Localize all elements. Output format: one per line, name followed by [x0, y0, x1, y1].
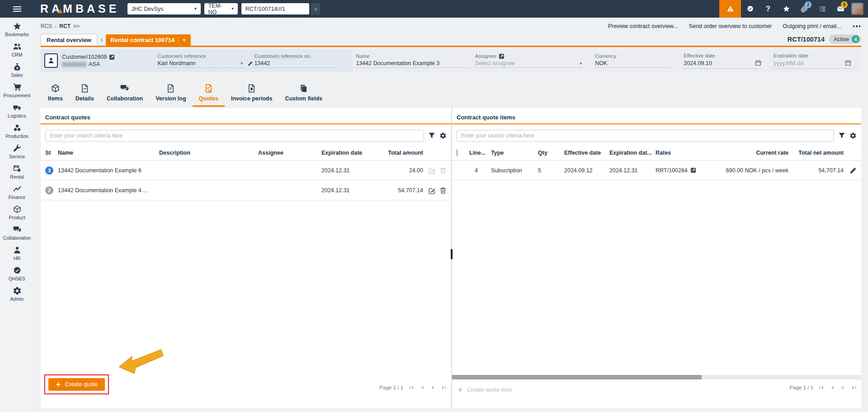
item-rates-link[interactable]: RRT/100284	[656, 167, 688, 174]
first-page-icon[interactable]	[819, 385, 824, 390]
hamburger-menu-icon[interactable]	[0, 0, 34, 18]
gear-icon[interactable]	[439, 132, 447, 139]
outgoing-print-email-link[interactable]: Outgoing print / email...	[783, 23, 841, 29]
tab-custom-fields[interactable]: Custom fields	[278, 83, 329, 107]
sidebar-item-crm[interactable]: CRM	[0, 42, 34, 62]
chevron-down-icon[interactable]: ▼	[182, 38, 186, 43]
customer-link[interactable]: Customer/102609	[62, 54, 115, 60]
favorites-icon[interactable]	[777, 0, 795, 18]
edit-icon	[429, 167, 436, 174]
edit-icon[interactable]	[429, 187, 436, 194]
external-link-icon[interactable]	[690, 167, 696, 173]
quotes-table-header: St Name Description Assignee Expiration …	[41, 145, 451, 161]
panel-accent-line	[41, 123, 451, 124]
breadcrumb-current[interactable]: RCT	[59, 23, 71, 29]
sidebar-item-product[interactable]: Product	[0, 205, 34, 225]
filter-icon[interactable]	[838, 132, 845, 139]
warnings-button[interactable]	[719, 0, 741, 18]
next-page-icon[interactable]	[430, 385, 436, 390]
sidebar-item-admin[interactable]: Admin	[0, 286, 34, 307]
table-row[interactable]: 4 Subscription 5 2024.09.12 2024.12.31 R…	[452, 161, 861, 180]
assignee-value[interactable]: Select assignee▼	[475, 60, 583, 68]
plus-icon	[458, 387, 463, 393]
next-page-icon[interactable]	[840, 385, 846, 390]
items-search-input[interactable]	[457, 130, 834, 142]
quote-total: 54,707.14	[379, 187, 423, 194]
external-link-icon[interactable]	[109, 54, 115, 60]
sidebar-item-collaboration[interactable]: Collaboration	[0, 225, 34, 246]
external-link-icon[interactable]	[499, 53, 504, 59]
page-indicator: Page 1 / 1	[380, 385, 403, 390]
effective-date-value[interactable]: 2024.09.10	[684, 60, 761, 69]
item-effective-date: 2024.09.12	[564, 167, 609, 174]
preview-contract-overview-link[interactable]: Preview contract overview...	[608, 23, 678, 29]
tab-invoice-periods[interactable]: Invoice periods	[225, 83, 279, 107]
tab-rental-contract[interactable]: Rental contract 100714 ▼	[106, 34, 191, 46]
sidebar-item-production[interactable]: Production	[0, 123, 34, 144]
table-row[interactable]: 2 13442 Documentation Example 4 ... 2024…	[41, 180, 451, 200]
module-select[interactable]: TEM-NO▼	[204, 3, 238, 14]
document-search-input[interactable]	[241, 3, 309, 14]
horizontal-scrollbar[interactable]	[452, 375, 861, 379]
approvals-icon[interactable]	[741, 0, 759, 18]
table-row[interactable]: 3 13442 Documentation Example 6 2024.12.…	[41, 161, 451, 180]
currency-value[interactable]: NOK	[595, 60, 671, 68]
chevron-down-icon[interactable]: ▼	[240, 62, 244, 66]
contract-quotes-panel: Contract quotes St Name Description Assi…	[41, 108, 451, 408]
scrollbar-thumb[interactable]	[452, 375, 702, 379]
customers-reference-value[interactable]: Kari Nordmann▼	[158, 60, 244, 68]
item-qty: 5	[538, 167, 564, 174]
system-select[interactable]: JHC DevSys▼	[127, 3, 201, 14]
more-actions-icon[interactable]	[852, 24, 862, 29]
sidebar-item-finance[interactable]: Finance	[0, 185, 34, 205]
help-icon[interactable]: ?	[759, 0, 777, 18]
quotes-search-input[interactable]	[45, 130, 424, 142]
attachments-icon[interactable]: 2	[795, 0, 813, 18]
user-avatar[interactable]	[851, 3, 863, 15]
tab-quotes[interactable]: Quotes	[193, 83, 225, 107]
trash-icon	[439, 167, 447, 174]
item-line: 4	[469, 167, 491, 174]
sidebar-item-qhses[interactable]: QHSES	[0, 266, 34, 286]
messages-icon[interactable]: 9	[831, 0, 849, 18]
sidebar-item-hr[interactable]: HR	[0, 246, 34, 266]
customers-reference-no-value[interactable]: 13442	[254, 60, 335, 68]
contract-name-value[interactable]: 13442 Documentation Example 3	[356, 60, 469, 68]
tab-items[interactable]: Items	[42, 83, 69, 107]
sidebar-item-logistics[interactable]: Logistics	[0, 103, 34, 123]
tab-details[interactable]: Details	[69, 83, 100, 107]
chevron-down-icon[interactable]: ▼	[579, 62, 583, 66]
pencil-icon[interactable]	[849, 167, 857, 174]
sidebar-item-procurement[interactable]: Procurement	[0, 83, 34, 103]
status-badge[interactable]: Active 4	[829, 34, 861, 44]
calendar-icon[interactable]	[755, 60, 761, 67]
edit-reference-icon[interactable]	[247, 60, 253, 66]
filter-icon[interactable]	[428, 132, 435, 139]
chevron-down-icon: ▼	[193, 7, 197, 11]
trash-icon[interactable]	[439, 187, 447, 194]
sidebar-item-sales[interactable]: Sales	[0, 62, 34, 83]
select-all-checkbox[interactable]	[457, 149, 458, 156]
sidebar-item-service[interactable]: Service	[0, 144, 34, 164]
last-page-icon[interactable]	[441, 385, 447, 390]
last-page-icon[interactable]	[851, 385, 857, 390]
task-list-icon[interactable]	[813, 0, 831, 18]
breadcrumb-root[interactable]: RCS	[41, 23, 52, 29]
gear-icon[interactable]	[849, 132, 857, 139]
annotation-highlight-box: Create quote	[44, 374, 109, 394]
tab-collaboration[interactable]: Collaboration	[100, 83, 150, 107]
previous-page-icon[interactable]	[830, 385, 835, 390]
sidebar-item-bookmarks[interactable]: Bookmarks	[0, 22, 34, 42]
previous-page-icon[interactable]	[420, 385, 425, 390]
create-quote-button[interactable]: Create quote	[48, 378, 105, 391]
first-page-icon[interactable]	[409, 385, 414, 390]
expiration-date-value[interactable]: yyyy.MM.dd	[774, 60, 851, 69]
tab-version-log[interactable]: Version log	[149, 83, 192, 107]
sidebar-item-rental[interactable]: Rental	[0, 164, 34, 185]
calendar-icon[interactable]	[845, 60, 851, 67]
breadcrumb-more[interactable]: >>	[73, 23, 80, 29]
tab-rental-overview[interactable]: Rental overview	[41, 34, 97, 46]
send-order-overview-link[interactable]: Send order overview to customer	[689, 23, 772, 29]
quotes-search-row	[45, 130, 447, 142]
collapse-search-button[interactable]: ‹	[311, 3, 320, 14]
